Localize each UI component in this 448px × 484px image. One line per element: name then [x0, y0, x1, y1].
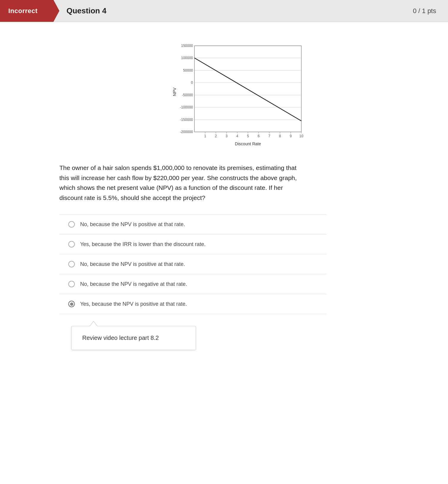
svg-text:8: 8 — [279, 134, 281, 138]
npv-line — [194, 58, 301, 121]
svg-text:1: 1 — [204, 134, 206, 138]
svg-text:10: 10 — [299, 134, 303, 138]
svg-text:0: 0 — [191, 81, 193, 85]
option-1-text: No, because the NPV is positive at that … — [80, 221, 185, 228]
radio-2[interactable] — [68, 241, 75, 247]
option-5[interactable]: Yes, because the NPV is positive at that… — [59, 294, 327, 314]
svg-text:-200000: -200000 — [180, 130, 193, 134]
radio-3[interactable] — [68, 261, 75, 267]
svg-text:50000: 50000 — [183, 68, 193, 72]
svg-text:4: 4 — [236, 134, 238, 138]
svg-text:3: 3 — [225, 134, 227, 138]
svg-text:-50000: -50000 — [182, 93, 193, 97]
incorrect-badge: Incorrect — [0, 0, 59, 22]
option-1[interactable]: No, because the NPV is positive at that … — [59, 214, 327, 234]
option-4[interactable]: No, because the NPV is negative at that … — [59, 274, 327, 294]
option-3[interactable]: No, because the NPV is positive at that … — [59, 254, 327, 274]
x-axis-label: Discount Rate — [235, 141, 261, 146]
radio-1[interactable] — [68, 221, 75, 228]
y-axis-label: NPV — [172, 87, 177, 96]
svg-text:100000: 100000 — [181, 56, 193, 60]
svg-text:150000: 150000 — [181, 44, 193, 48]
radio-4[interactable] — [68, 281, 75, 287]
question-title: Question 4 — [67, 6, 413, 15]
options-container: No, because the NPV is positive at that … — [59, 214, 327, 314]
tooltip-box: Review video lecture part 8.2 — [71, 326, 196, 350]
svg-rect-16 — [194, 46, 301, 132]
question-text: The owner of a hair salon spends $1,000,… — [59, 163, 303, 203]
npv-chart: NPV 150000 100000 50000 0 -50000 -100000… — [171, 40, 319, 153]
svg-text:2: 2 — [215, 134, 217, 138]
svg-text:5: 5 — [247, 134, 249, 138]
svg-text:9: 9 — [289, 134, 292, 138]
svg-text:6: 6 — [257, 134, 259, 138]
option-4-text: No, because the NPV is negative at that … — [80, 281, 187, 287]
incorrect-label: Incorrect — [8, 7, 38, 15]
svg-text:-150000: -150000 — [180, 118, 193, 122]
option-2[interactable]: Yes, because the IRR is lower than the d… — [59, 234, 327, 254]
header-bar: Incorrect Question 4 0 / 1 pts — [0, 0, 448, 22]
option-2-text: Yes, because the IRR is lower than the d… — [80, 241, 206, 247]
option-5-text: Yes, because the NPV is positive at that… — [80, 301, 187, 307]
chart-container: NPV 150000 100000 50000 0 -50000 -100000… — [171, 40, 319, 154]
radio-5[interactable] — [68, 301, 75, 307]
svg-text:7: 7 — [268, 134, 270, 138]
content-area: NPV 150000 100000 50000 0 -50000 -100000… — [0, 22, 448, 484]
svg-text:-100000: -100000 — [180, 105, 193, 109]
option-3-text: No, because the NPV is positive at that … — [80, 261, 185, 267]
tooltip-text: Review video lecture part 8.2 — [82, 335, 159, 341]
pts-label: 0 / 1 pts — [413, 7, 436, 15]
